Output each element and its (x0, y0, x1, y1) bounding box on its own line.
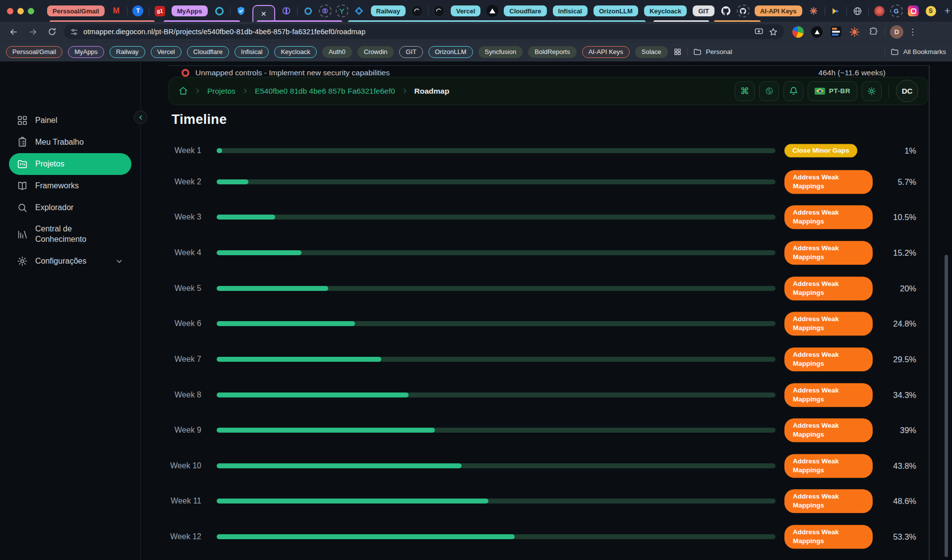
page-scrollbar[interactable] (945, 255, 948, 557)
tab-gmail[interactable]: M (110, 4, 123, 18)
tab-railway-1[interactable] (411, 4, 424, 18)
tab-github-dashed[interactable] (737, 4, 750, 17)
install-app-icon[interactable] (754, 27, 764, 37)
phase-badge: Close Minor Gaps (784, 144, 857, 158)
tab-active-otmapper[interactable]: ✕ (252, 5, 275, 22)
tab-brain-dashed[interactable] (319, 4, 332, 17)
sidebar-item-meu-trabalho[interactable]: Meu Trabalho (9, 131, 131, 153)
breadcrumb-project-id[interactable]: E540fbe0 81db 4be6 857b Fa6321fe6ef0 (255, 87, 395, 96)
percent-value: 15.2% (861, 248, 916, 258)
tab-group-infisical[interactable]: Infisical (553, 5, 588, 16)
reload-button[interactable] (45, 24, 60, 39)
tab-ai-studio[interactable] (829, 4, 842, 18)
all-bookmarks[interactable]: All Bookmarks (891, 48, 946, 56)
all-bookmarks-label: All Bookmarks (903, 48, 946, 56)
tab-railway-2[interactable] (432, 4, 446, 18)
tab-brain-purple[interactable] (280, 4, 293, 18)
bookmark-git[interactable]: GIT (399, 46, 423, 58)
ai-assistant-button[interactable] (759, 81, 779, 101)
tab-g1[interactable]: g1 (153, 4, 167, 18)
bookmark-syncfusion[interactable]: Syncfusion (478, 46, 523, 58)
tab-group-ai-api-keys[interactable]: AI-API Keys (755, 5, 802, 16)
extensions-menu[interactable] (867, 26, 880, 38)
apps-grid-icon[interactable] (673, 48, 682, 56)
bookmark-perssoal-gmail[interactable]: Perssoal/Gmail (6, 46, 62, 58)
group-underline-gray (654, 20, 709, 22)
browser-menu-button[interactable]: ⋮ (908, 27, 917, 37)
bookmark-boldreports[interactable]: BoldReports (528, 46, 577, 58)
tab-claude[interactable] (807, 4, 821, 18)
app-sidebar: PainelMeu TrabalhoProjetosFrameworksExpl… (0, 61, 141, 560)
tab-ring-blue[interactable] (301, 4, 315, 18)
bookmark-auth0[interactable]: Auth0 (322, 46, 352, 58)
timeline-row-week-6: Week 6Address Weak Mappings24.8% (141, 310, 952, 337)
bookmark-star-icon[interactable] (769, 27, 778, 37)
percent-value: 34.3% (861, 391, 916, 400)
extension-colorful[interactable] (792, 26, 804, 38)
profile-avatar[interactable]: D (890, 25, 903, 39)
site-settings-icon[interactable] (70, 28, 78, 36)
sidebar-item-explorador[interactable]: Explorador (9, 197, 131, 219)
bookmark-folder-personal[interactable]: Personal (693, 48, 732, 56)
sidebar-item-central-de-conhecimento[interactable]: Central de Conhecimento (9, 219, 131, 250)
extension-blocks[interactable] (830, 26, 842, 38)
tab-t-site[interactable]: T (131, 4, 145, 18)
tab-group-git[interactable]: GIT (693, 5, 714, 16)
tab-group-myapps[interactable]: MyApps (172, 5, 208, 16)
bookmark-solace[interactable]: Solace (635, 46, 668, 58)
tab-group-orizonllm[interactable]: OrizonLLM (594, 5, 638, 16)
bookmark-myapps[interactable]: MyApps (68, 46, 104, 58)
sidebar-item-painel[interactable]: Painel (9, 110, 131, 131)
home-icon[interactable] (178, 86, 188, 96)
sidebar-item-frameworks[interactable]: Frameworks (9, 175, 131, 197)
address-bar[interactable]: otmapper.diegocon.nl/pt-BR/projects/e540… (64, 24, 784, 39)
tab-github[interactable] (719, 4, 733, 18)
user-avatar[interactable]: DC (896, 80, 918, 102)
bookmark-railway[interactable]: Railway (110, 46, 145, 58)
sidebar-item-projetos[interactable]: Projetos (9, 153, 131, 175)
percent-value: 29.5% (861, 355, 916, 364)
bookmark-vercel[interactable]: Vercel (151, 46, 181, 58)
tab-shield[interactable] (235, 4, 248, 18)
tab-vercel[interactable] (485, 4, 499, 18)
minimize-window-button[interactable] (17, 8, 24, 14)
tab-google-dashed[interactable]: G (890, 4, 903, 17)
maximize-window-button[interactable] (28, 8, 34, 14)
back-button[interactable] (6, 24, 21, 39)
bookmark-ai-api-keys[interactable]: AI-API Keys (582, 46, 630, 58)
tab-instagram[interactable] (907, 4, 920, 18)
otmapper-favicon: ✕ (261, 10, 267, 18)
theme-toggle-button[interactable] (862, 81, 882, 101)
tab-branch-dashed[interactable] (336, 4, 349, 17)
sidebar-item-configuracoes[interactable]: Configurações (9, 250, 131, 272)
command-palette-button[interactable]: ⌘ (735, 81, 755, 101)
url-text[interactable]: otmapper.diegocon.nl/pt-BR/projects/e540… (83, 28, 749, 36)
search-icon (17, 202, 28, 213)
bookmark-infisical[interactable]: Infisical (235, 46, 269, 58)
close-window-button[interactable] (7, 8, 13, 14)
notifications-button[interactable] (783, 81, 803, 101)
extension-starburst[interactable] (848, 26, 861, 38)
bookmark-crowdin[interactable]: Crowdin (357, 46, 394, 58)
tab-group-keycloack[interactable]: Keycloack (644, 5, 687, 16)
tab-ring-cyan[interactable] (213, 4, 226, 18)
tab-red-site[interactable] (873, 4, 886, 18)
bookmark-cloudflare[interactable]: Cloudflare (187, 46, 229, 58)
forward-button[interactable] (25, 24, 40, 39)
sidebar-item-label: Frameworks (35, 181, 79, 191)
language-selector[interactable]: PT-BR (808, 81, 857, 101)
tab-globe[interactable] (851, 4, 864, 18)
tab-group-railway[interactable]: Railway (371, 5, 406, 16)
extension-vercel[interactable] (811, 26, 823, 38)
new-tab-button[interactable]: + (945, 5, 951, 17)
tab-group-vercel[interactable]: Vercel (451, 5, 480, 16)
tab-group-cloudflare[interactable]: Cloudflare (504, 5, 546, 16)
bookmark-keycloack[interactable]: Keycloack (274, 46, 316, 58)
sidebar-collapse-button[interactable] (134, 111, 147, 124)
bookmark-orizonllm[interactable]: OrizonLLM (428, 46, 473, 58)
tab-group-perssoal-gmail[interactable]: Perssoal/Gmail (47, 5, 105, 16)
tab-diamond[interactable] (353, 4, 366, 18)
phase-badge: Address Weak Mappings (784, 525, 873, 549)
tab-solace[interactable]: S (924, 4, 938, 18)
breadcrumb-projetos[interactable]: Projetos (207, 87, 236, 96)
